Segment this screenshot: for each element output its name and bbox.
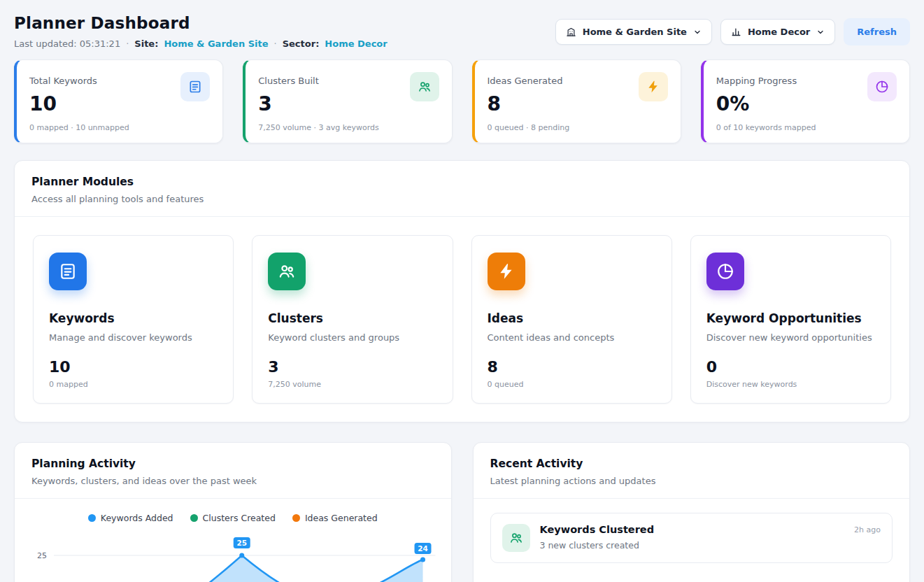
svg-text:25: 25	[236, 539, 247, 547]
stat-caption: 0 queued · 8 pending	[488, 123, 668, 132]
module-caption: Discover new keywords	[706, 380, 875, 389]
stat-card-mapping-progress: Mapping Progress 0% 0 of 10 keywords map…	[701, 59, 910, 143]
stat-value: 8	[488, 92, 563, 115]
stat-cards-row: Total Keywords 10 0 mapped · 10 unmapped…	[14, 59, 910, 143]
users-icon	[410, 72, 439, 101]
stat-main: Ideas Generated 8	[488, 72, 563, 115]
sector-selector-value: Home Decor	[748, 27, 810, 37]
stat-caption: 0 of 10 keywords mapped	[716, 123, 897, 132]
point-label-chip: 25	[234, 537, 250, 548]
area-series-keywords-added	[60, 555, 423, 582]
stat-label: Ideas Generated	[488, 72, 563, 86]
document-icon	[49, 253, 87, 290]
header-controls: Home & Garden Site Home Decor Refresh	[555, 14, 910, 45]
module-value: 8	[488, 358, 656, 376]
module-card-keyword-opportunities[interactable]: Keyword Opportunities Discover new keywo…	[690, 235, 891, 404]
panel-head: Planning Activity Keywords, clusters, an…	[15, 443, 451, 498]
activity-timestamp: 2h ago	[854, 524, 881, 534]
stat-value: 3	[258, 92, 319, 115]
recent-activity-title: Recent Activity	[490, 457, 893, 470]
users-icon	[502, 524, 530, 552]
point-label-chip: 24	[415, 543, 432, 554]
legend-dot-blue	[88, 514, 96, 522]
document-icon	[180, 72, 210, 101]
chart-legend: Keywords Added Clusters Created Ideas Ge…	[15, 499, 451, 525]
data-point	[239, 553, 244, 558]
site-selector-dropdown[interactable]: Home & Garden Site	[555, 19, 712, 45]
module-value: 10	[49, 358, 218, 376]
legend-dot-orange	[292, 514, 300, 522]
module-caption: 0 queued	[488, 380, 656, 389]
module-value: 0	[706, 358, 875, 376]
users-icon	[268, 253, 306, 290]
bottom-row: Planning Activity Keywords, clusters, an…	[14, 442, 910, 582]
building-icon	[566, 27, 576, 37]
stat-value: 0%	[716, 92, 797, 115]
legend-label: Clusters Created	[203, 513, 276, 523]
module-card-clusters[interactable]: Clusters Keyword clusters and groups 3 7…	[252, 235, 453, 404]
activity-item-keywords-clustered: Keywords Clustered 3 new clusters create…	[490, 513, 893, 563]
sector-link[interactable]: Home Decor	[325, 38, 387, 49]
activity-description: 3 new clusters created	[540, 540, 655, 551]
modules-title: Planner Modules	[31, 176, 893, 188]
breadcrumb-separator: ·	[126, 38, 129, 49]
stat-top: Ideas Generated 8	[488, 72, 668, 115]
recent-activity-subtitle: Latest planning actions and updates	[490, 476, 893, 486]
stat-top: Clusters Built 3	[258, 72, 439, 115]
modules-grid: Keywords Manage and discover keywords 10…	[15, 217, 909, 422]
bolt-icon	[488, 253, 525, 290]
legend-label: Ideas Generated	[305, 513, 378, 523]
module-title: Clusters	[268, 311, 436, 325]
planner-modules-panel: Planner Modules Access all planning tool…	[14, 160, 910, 423]
planning-activity-panel: Planning Activity Keywords, clusters, an…	[14, 442, 452, 582]
stat-top: Total Keywords 10	[29, 72, 210, 115]
modules-subtitle: Access all planning tools and features	[31, 194, 893, 204]
planning-activity-chart: 25 25 24	[22, 532, 441, 582]
stat-top: Mapping Progress 0%	[716, 72, 897, 115]
activity-title: Keywords Clustered	[540, 524, 655, 535]
module-description: Keyword clusters and groups	[268, 332, 436, 343]
stat-main: Total Keywords 10	[29, 72, 97, 115]
recent-activity-panel: Recent Activity Latest planning actions …	[473, 442, 911, 582]
stat-card-ideas-generated: Ideas Generated 8 0 queued · 8 pending	[472, 59, 681, 143]
stat-label: Mapping Progress	[716, 72, 797, 86]
stat-card-total-keywords: Total Keywords 10 0 mapped · 10 unmapped	[14, 59, 223, 143]
stat-caption: 7,250 volume · 3 avg keywords	[258, 123, 439, 132]
sector-selector-dropdown[interactable]: Home Decor	[720, 19, 835, 45]
stat-label: Total Keywords	[29, 72, 97, 86]
refresh-button[interactable]: Refresh	[844, 18, 910, 45]
module-card-ideas[interactable]: Ideas Content ideas and concepts 8 0 que…	[471, 235, 672, 404]
legend-item-clusters-created: Clusters Created	[190, 513, 276, 523]
panel-head: Planner Modules Access all planning tool…	[15, 161, 909, 216]
breadcrumb: Last updated: 05:31:21 · Site: Home & Ga…	[14, 38, 388, 49]
module-description: Discover new keyword opportunities	[706, 332, 875, 343]
stat-card-clusters-built: Clusters Built 3 7,250 volume · 3 avg ke…	[243, 59, 452, 143]
breadcrumb-separator: ·	[274, 38, 277, 49]
module-title: Keyword Opportunities	[706, 311, 875, 325]
chevron-down-icon	[693, 28, 702, 36]
planner-dashboard-page: Planner Dashboard Last updated: 05:31:21…	[0, 0, 924, 582]
bar-chart-icon	[731, 27, 741, 37]
svg-text:24: 24	[418, 544, 428, 553]
chevron-down-icon	[816, 28, 825, 36]
sector-label: Sector:	[283, 38, 320, 49]
site-label: Site:	[134, 38, 158, 49]
planning-activity-title: Planning Activity	[31, 457, 434, 470]
module-title: Keywords	[49, 311, 218, 325]
module-description: Manage and discover keywords	[49, 332, 218, 343]
pie-chart-icon	[706, 253, 744, 290]
last-updated-text: Last updated: 05:31:21	[14, 38, 120, 49]
site-link[interactable]: Home & Garden Site	[164, 38, 268, 49]
chart-area: 25 25 24	[15, 525, 451, 582]
activity-text: Keywords Clustered 3 new clusters create…	[540, 524, 655, 551]
site-selector-value: Home & Garden Site	[583, 27, 687, 37]
panel-head: Recent Activity Latest planning actions …	[474, 443, 910, 498]
stat-caption: 0 mapped · 10 unmapped	[29, 123, 210, 132]
y-axis-tick: 25	[37, 551, 47, 560]
stat-main: Mapping Progress 0%	[716, 72, 797, 115]
legend-item-keywords-added: Keywords Added	[88, 513, 173, 523]
module-card-keywords[interactable]: Keywords Manage and discover keywords 10…	[33, 235, 234, 404]
stat-main: Clusters Built 3	[258, 72, 319, 115]
stat-value: 10	[29, 92, 97, 115]
pie-chart-icon	[867, 72, 897, 101]
